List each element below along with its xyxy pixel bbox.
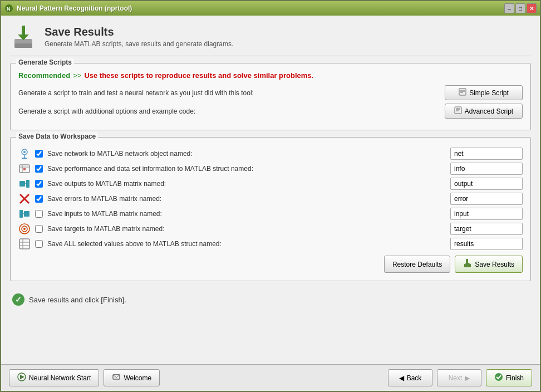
next-icon: ▶: [465, 374, 470, 382]
neural-network-start-button[interactable]: Neural Network Start: [9, 369, 99, 386]
network-checkbox[interactable]: [35, 150, 43, 158]
generate-scripts-group: Generate Scripts Recommended >> Use thes…: [10, 63, 531, 130]
svg-rect-28: [19, 210, 23, 218]
svg-point-33: [23, 228, 26, 230]
svg-rect-29: [24, 211, 29, 217]
save-icon: [10, 23, 37, 50]
output-input[interactable]: [450, 178, 523, 190]
welcome-label: Welcome: [124, 374, 151, 382]
recommended-arrow: >>: [73, 71, 81, 80]
status-area: ✓ Save results and click [Finish].: [10, 288, 531, 356]
svg-rect-24: [26, 180, 29, 188]
maximize-button[interactable]: □: [515, 3, 525, 13]
svg-text:N: N: [7, 6, 11, 12]
recommended-line: Recommended >> Use these scripts to repr…: [18, 71, 523, 80]
table-row: Save errors to MATLAB matrix named:: [18, 193, 523, 205]
advanced-script-row: Generate a script with additional option…: [18, 104, 523, 119]
close-button[interactable]: ✕: [527, 3, 537, 13]
targets-checkbox[interactable]: [35, 225, 43, 233]
save-workspace-title: Save Data to Workspace: [16, 133, 98, 140]
info-input[interactable]: [450, 163, 523, 175]
errors-checkbox[interactable]: [35, 195, 43, 203]
save-workspace-group: Save Data to Workspace Save network to M…: [10, 137, 531, 281]
next-label: Next: [449, 374, 463, 382]
outputs-label: Save outputs to MATLAB matrix named:: [47, 180, 446, 188]
page-header-text: Save Results Generate MATLAB scripts, sa…: [45, 26, 233, 48]
window-title: Neural Pattern Recognition (nprtool): [17, 4, 501, 12]
all-checkbox[interactable]: [35, 240, 43, 248]
svg-rect-23: [19, 181, 25, 187]
advanced-script-btn-label: Advanced Script: [465, 107, 513, 115]
inputs-icon: [18, 208, 31, 220]
save-results-icon: [463, 259, 472, 270]
neural-network-start-icon: [17, 373, 26, 383]
outputs-checkbox[interactable]: [35, 180, 43, 188]
generate-scripts-title: Generate Scripts: [16, 58, 74, 66]
errors-icon: [18, 193, 31, 205]
advanced-script-label: Generate a script with additional option…: [18, 107, 445, 115]
titlebar: N Neural Pattern Recognition (nprtool) –…: [1, 1, 540, 16]
svg-rect-18: [22, 158, 27, 159]
svg-rect-22: [23, 168, 26, 170]
targets-icon: [18, 223, 31, 235]
svg-rect-6: [14, 43, 32, 48]
svg-marker-42: [20, 375, 24, 379]
all-icon: [18, 238, 31, 250]
footer-left-buttons: Neural Network Start Welcome: [9, 369, 160, 386]
back-button[interactable]: ◀ Back: [388, 369, 432, 386]
advanced-script-icon: [454, 106, 462, 116]
table-row: Save performance and data set informatio…: [18, 163, 523, 175]
simple-script-button[interactable]: Simple Script: [445, 85, 523, 100]
svg-rect-7: [459, 89, 466, 95]
errors-label: Save errors to MATLAB matrix named:: [47, 195, 446, 203]
network-input[interactable]: [450, 148, 523, 160]
back-icon: ◀: [399, 374, 404, 382]
status-ok-icon: ✓: [12, 293, 24, 306]
app-icon: N: [4, 4, 13, 13]
recommended-badge: Recommended: [18, 71, 70, 80]
finish-icon: [494, 373, 503, 383]
targets-label: Save targets to MATLAB matrix named:: [47, 225, 446, 233]
finish-label: Finish: [506, 374, 524, 382]
table-row: Save targets to MATLAB matrix named:: [18, 223, 523, 235]
svg-point-45: [495, 373, 503, 381]
status-text: Save results and click [Finish].: [29, 296, 126, 304]
page-title: Save Results: [45, 26, 233, 38]
save-results-button[interactable]: Save Results: [455, 256, 523, 273]
table-row: Save ALL selected values above to MATLAB…: [18, 238, 523, 250]
svg-rect-34: [19, 239, 29, 249]
status-message: ✓ Save results and click [Finish].: [10, 288, 531, 306]
inputs-checkbox[interactable]: [35, 210, 43, 218]
next-button[interactable]: Next ▶: [437, 369, 481, 386]
footer-right-buttons: ◀ Back Next ▶ Finish: [388, 369, 532, 386]
restore-defaults-button[interactable]: Restore Defaults: [384, 256, 450, 273]
error-input[interactable]: [450, 193, 523, 205]
window-controls: – □ ✕: [504, 3, 537, 13]
inputs-label: Save inputs to MATLAB matrix named:: [47, 210, 446, 218]
save-results-btn-label: Save Results: [475, 261, 514, 268]
performance-label: Save performance and data set informatio…: [47, 165, 446, 173]
simple-script-label: Generate a script to train and test a ne…: [18, 89, 445, 97]
finish-button[interactable]: Finish: [486, 369, 532, 386]
performance-checkbox[interactable]: [35, 165, 43, 173]
table-row: Save inputs to MATLAB matrix named:: [18, 208, 523, 220]
simple-script-icon: [459, 88, 466, 97]
target-input[interactable]: [450, 223, 523, 235]
welcome-icon: [112, 373, 121, 383]
welcome-button[interactable]: Welcome: [104, 369, 160, 386]
workspace-rows: Save network to MATLAB network object na…: [18, 148, 523, 250]
outputs-icon: [18, 178, 31, 190]
page-header: Save Results Generate MATLAB scripts, sa…: [10, 23, 531, 56]
advanced-script-button[interactable]: Advanced Script: [445, 104, 523, 119]
back-label: Back: [407, 374, 422, 382]
simple-script-row: Generate a script to train and test a ne…: [18, 85, 523, 100]
input-input[interactable]: [450, 208, 523, 220]
svg-rect-11: [455, 107, 461, 114]
neural-network-start-label: Neural Network Start: [29, 374, 91, 382]
table-row: Save network to MATLAB network object na…: [18, 148, 523, 160]
minimize-button[interactable]: –: [504, 3, 514, 13]
performance-icon: [18, 163, 31, 175]
simple-script-btn-label: Simple Script: [469, 89, 509, 97]
network-label: Save network to MATLAB network object na…: [47, 150, 446, 158]
results-input[interactable]: [450, 238, 523, 250]
